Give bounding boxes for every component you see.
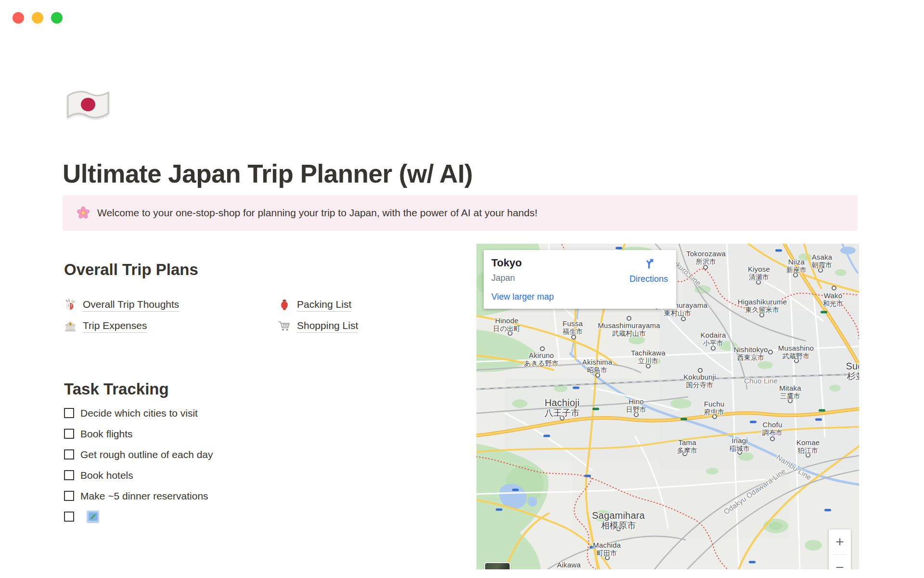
todo-label: Book flights <box>80 428 133 440</box>
map-city-label: Chuo Line <box>744 377 778 385</box>
page-link[interactable]: Packing List <box>278 297 351 313</box>
map-marker <box>770 436 775 441</box>
route-shield <box>749 561 756 564</box>
todo-item: Get rough outline of each day <box>64 444 468 465</box>
page-link-emoji-icon <box>64 299 77 311</box>
map-city-label: Niiza 新座市 <box>786 258 807 274</box>
todo-item: Book hotels <box>64 465 468 486</box>
map-marker <box>540 346 545 351</box>
route-shield <box>584 475 591 477</box>
route-shield <box>573 387 579 389</box>
map-marker <box>832 286 836 290</box>
route-shield <box>815 419 822 421</box>
section-heading-task-tracking: Task Tracking <box>64 380 468 399</box>
todo-label: Book hotels <box>80 470 133 481</box>
route-shield <box>819 409 825 412</box>
todo-label: Get rough outline of each day <box>80 449 213 460</box>
page-link[interactable]: Overall Trip Thoughts <box>64 297 179 313</box>
map-city-label: Akishima 昭島市 <box>582 358 612 374</box>
map-city-label: Machida 町田市 <box>593 541 621 557</box>
todo-checkbox-unchecked[interactable] <box>64 429 74 439</box>
map-city-label: Hino 日野市 <box>626 397 647 414</box>
map-info-card: Tokyo Japan View larger map Directions <box>484 250 676 309</box>
map-city-label: Mitaka 三鷹市 <box>779 384 801 400</box>
map-city-label: Sugi 杉並 <box>846 361 859 381</box>
page-link[interactable]: Shopping List <box>278 318 358 334</box>
map-city-label: Musashimurayama 武蔵村山市 <box>598 321 660 338</box>
todo-checkbox-unchecked[interactable] <box>64 449 74 460</box>
map-city-label: Chofu 調布市 <box>762 420 783 437</box>
trip-plan-links: Overall Trip Thoughts Packing List Trip … <box>64 297 468 334</box>
task-list: Decide which cities to visit Book flight… <box>64 403 468 527</box>
page-link-label: Packing List <box>297 299 351 312</box>
todo-item: Decide which cities to visit <box>64 403 468 423</box>
todo-checkbox-unchecked[interactable] <box>64 470 74 480</box>
todo-checkbox-unchecked[interactable] <box>64 512 74 522</box>
map-city-label: Aikawa <box>557 561 581 569</box>
map-city-label: Nishitokyo 西東京市 <box>733 345 768 362</box>
map-city-label: Wako 和光市 <box>823 291 844 308</box>
todo-checkbox-unchecked[interactable] <box>64 491 74 501</box>
map-city-label: Kodaira 小平市 <box>700 331 726 347</box>
map-city-label: Tachikawa 立川市 <box>631 349 666 365</box>
page-link-emoji-icon <box>278 320 291 332</box>
view-larger-map-link[interactable]: View larger map <box>491 292 554 302</box>
route-shield <box>824 509 831 512</box>
close-window-button[interactable] <box>13 12 24 24</box>
route-shield <box>616 247 622 250</box>
todo-item: Make ~5 dinner reservations <box>64 486 468 506</box>
cherry-blossom-icon <box>76 206 90 220</box>
todo-label: Make ~5 dinner reservations <box>80 490 208 502</box>
map-city-label: Kokubunji 国分寺市 <box>683 373 716 389</box>
todo-label: Decide which cities to visit <box>80 407 198 419</box>
page-title: Ultimate Japan Trip Planner (w/ AI) <box>63 159 473 188</box>
page-link-label: Shopping List <box>297 320 358 333</box>
directions-button[interactable]: Directions <box>628 257 669 284</box>
fullscreen-window-button[interactable] <box>51 12 63 24</box>
route-shield <box>680 418 687 420</box>
map-marker <box>698 368 703 373</box>
map-city-label: Higashikurume 東久留米市 <box>738 298 787 314</box>
map-city-label: Tokorozawa 所沢市 <box>686 250 726 266</box>
welcome-callout: Welcome to your one-stop-shop for planni… <box>63 195 858 231</box>
map-marker <box>768 350 773 355</box>
page-link-label: Overall Trip Thoughts <box>83 299 179 312</box>
page-link[interactable]: Trip Expenses <box>64 318 147 334</box>
map-city-label: Fuchu 府中市 <box>704 400 725 416</box>
map-city-label: Asaka 朝霞市 <box>812 253 833 269</box>
route-shield <box>592 408 599 410</box>
section-heading-overall-trip-plans: Overall Trip Plans <box>64 260 468 279</box>
map-city-label: Kiyose 清瀬市 <box>748 265 770 281</box>
japan-flag-icon[interactable] <box>65 89 111 121</box>
route-shield <box>775 250 782 252</box>
todo-checkbox-unchecked[interactable] <box>64 408 74 418</box>
map-city-label: Fussa 福生市 <box>563 319 583 336</box>
map-zoom-control: + − <box>829 529 851 569</box>
route-shield <box>821 311 827 314</box>
window-controls <box>13 12 63 24</box>
route-shield <box>512 489 519 491</box>
minimize-window-button[interactable] <box>32 12 43 24</box>
route-shield <box>496 509 502 511</box>
page-body: Overall Trip Plans Overall Trip Thoughts… <box>64 260 468 527</box>
callout-text: Welcome to your one-stop-shop for planni… <box>97 207 538 219</box>
japan-map-emoji <box>87 511 99 523</box>
page-link-emoji-icon <box>278 299 291 311</box>
todo-item <box>64 506 468 527</box>
map-city-label: Inagi 稲城市 <box>730 436 750 453</box>
page-link-emoji-icon <box>64 320 77 332</box>
map-marker <box>627 316 631 321</box>
google-map-embed[interactable]: Tokorozawa 所沢市 Kiyose 清瀬市 Niiza 新座市 Asak… <box>476 244 859 569</box>
zoom-out-button[interactable]: − <box>829 555 851 569</box>
todo-item: Book flights <box>64 423 468 444</box>
map-city-label: Tama 多摩市 <box>677 438 698 455</box>
route-shield <box>750 421 757 423</box>
map-city-label: Akiruno あきる野市 <box>524 351 559 368</box>
satellite-view-toggle[interactable] <box>484 562 511 569</box>
map-city-label: Musashino 武蔵野市 <box>778 344 814 360</box>
map-city-label: Sagamihara 相模原市 <box>592 511 645 531</box>
route-shield <box>543 435 550 437</box>
map-city-label: Hachioji 八王子市 <box>545 398 580 418</box>
zoom-in-button[interactable]: + <box>829 529 851 554</box>
directions-label: Directions <box>628 274 669 284</box>
